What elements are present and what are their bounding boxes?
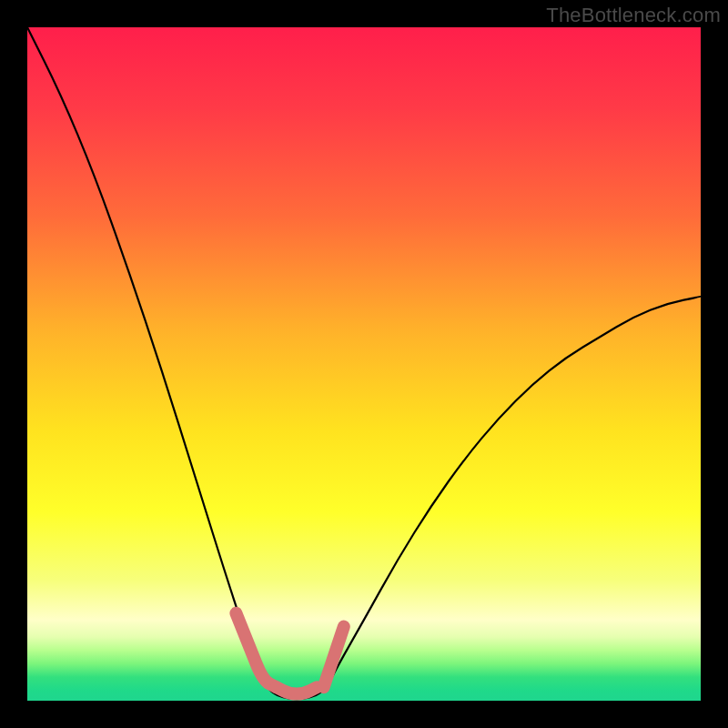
highlight-flat-bottom bbox=[277, 687, 317, 693]
curves-layer bbox=[27, 27, 701, 701]
watermark-text: TheBottleneck.com bbox=[546, 4, 721, 27]
chart-frame: TheBottleneck.com bbox=[0, 0, 728, 728]
highlight-group bbox=[236, 613, 343, 694]
highlight-knee-left bbox=[236, 613, 276, 687]
bottleneck-curve bbox=[27, 27, 701, 699]
plot-area bbox=[27, 27, 701, 701]
highlight-knee-right bbox=[324, 627, 344, 688]
